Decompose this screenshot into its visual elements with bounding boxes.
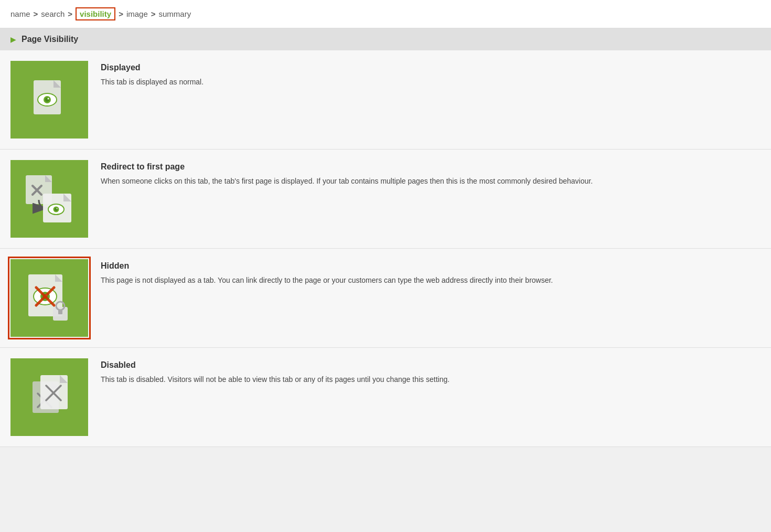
redirect-description: When someone clicks on this tab, the tab…: [101, 176, 761, 187]
hidden-content: Hidden This page is not displayed as a t…: [101, 259, 761, 286]
breadcrumb-summary[interactable]: summary: [159, 9, 191, 18]
disabled-content: Disabled This tab is disabled. Visitors …: [101, 358, 761, 385]
hidden-icon-box: [10, 259, 88, 337]
option-redirect[interactable]: Redirect to first page When someone clic…: [0, 150, 771, 249]
page-visibility-section-header[interactable]: ▶ Page Visibility: [0, 28, 771, 50]
breadcrumb-sep-2: >: [68, 9, 72, 18]
expand-arrow-icon: ▶: [10, 35, 16, 44]
breadcrumb-sep-4: >: [151, 9, 156, 18]
option-disabled[interactable]: Disabled This tab is disabled. Visitors …: [0, 348, 771, 447]
displayed-content: Displayed This tab is displayed as norma…: [101, 61, 761, 88]
breadcrumb-sep-1: >: [34, 9, 38, 18]
option-displayed[interactable]: Displayed This tab is displayed as norma…: [0, 50, 771, 150]
svg-rect-27: [58, 310, 62, 314]
hidden-description: This page is not displayed as a tab. You…: [101, 275, 761, 286]
displayed-icon-box: [10, 61, 88, 139]
breadcrumb-image[interactable]: image: [126, 9, 148, 18]
redirect-icon-box: [10, 160, 88, 238]
breadcrumb-search[interactable]: search: [41, 9, 65, 18]
redirect-content: Redirect to first page When someone clic…: [101, 160, 761, 187]
breadcrumb-sep-3: >: [119, 9, 123, 18]
breadcrumb-visibility[interactable]: visibility: [76, 7, 115, 20]
disabled-icon-box: [10, 358, 88, 436]
hidden-title: Hidden: [101, 261, 761, 271]
disabled-description: This tab is disabled. Visitors will not …: [101, 374, 761, 385]
visibility-options-list: Displayed This tab is displayed as norma…: [0, 50, 771, 447]
displayed-description: This tab is displayed as normal.: [101, 77, 761, 88]
disabled-title: Disabled: [101, 360, 761, 370]
breadcrumb-name[interactable]: name: [10, 9, 30, 18]
option-hidden[interactable]: Hidden This page is not displayed as a t…: [0, 249, 771, 348]
svg-point-15: [57, 208, 58, 209]
redirect-title: Redirect to first page: [101, 162, 761, 172]
section-title: Page Visibility: [22, 35, 78, 44]
displayed-title: Displayed: [101, 63, 761, 72]
svg-point-5: [48, 98, 49, 99]
breadcrumb: name > search > visibility > image > sum…: [0, 0, 771, 28]
